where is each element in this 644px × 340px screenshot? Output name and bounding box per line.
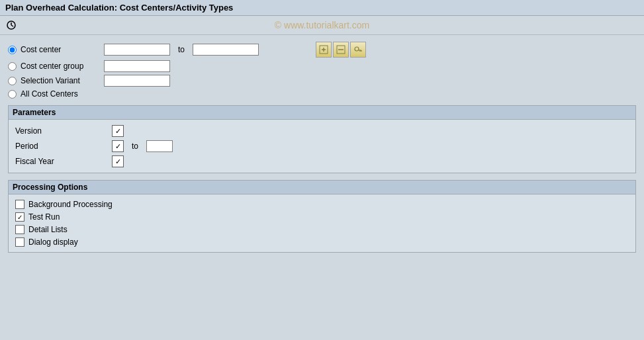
period-row: Period to xyxy=(15,140,629,152)
version-checkbox[interactable] xyxy=(112,125,124,137)
test-run-checkbox[interactable] xyxy=(15,212,24,222)
period-to-input[interactable] xyxy=(146,140,173,152)
cost-center-radio-row: Cost center to xyxy=(8,42,636,58)
svg-line-2 xyxy=(11,25,13,26)
main-content: Cost center to xyxy=(0,35,644,266)
fiscal-year-checkbox[interactable] xyxy=(112,155,124,167)
fiscal-year-row: Fiscal Year xyxy=(15,155,629,167)
period-label: Period xyxy=(15,142,108,151)
page-title: Plan Overhead Calculation: Cost Centers/… xyxy=(5,3,233,13)
all-cost-centers-label: All Cost Centers xyxy=(21,89,100,99)
new-selection-icon[interactable] xyxy=(316,42,332,58)
svg-point-8 xyxy=(355,47,359,51)
cost-center-section: Cost center to xyxy=(8,42,636,99)
selection-variant-input[interactable] xyxy=(104,75,170,87)
background-processing-row: Background Processing xyxy=(15,200,629,209)
key-selection-icon[interactable] xyxy=(350,42,366,58)
test-run-row: Test Run xyxy=(15,212,629,222)
background-processing-label: Background Processing xyxy=(28,200,113,209)
selection-variant-radio-row: Selection Variant xyxy=(8,75,636,87)
processing-options-panel: Processing Options Background Processing… xyxy=(8,180,636,253)
to-label-period: to xyxy=(132,142,138,151)
test-run-label: Test Run xyxy=(28,212,60,222)
parameters-panel: Parameters Version Period to Fiscal Year xyxy=(8,105,636,173)
selection-variant-radio[interactable] xyxy=(8,77,17,85)
cost-center-to-input[interactable] xyxy=(193,44,259,56)
parameters-panel-header: Parameters xyxy=(9,106,635,120)
cost-center-from-input[interactable] xyxy=(104,44,170,56)
cost-center-group-radio[interactable] xyxy=(8,62,17,71)
watermark: © www.tutorialkart.com xyxy=(275,20,369,30)
background-processing-checkbox[interactable] xyxy=(15,200,24,209)
version-label: Version xyxy=(15,126,108,136)
version-row: Version xyxy=(15,125,629,137)
dialog-display-row: Dialog display xyxy=(15,237,629,247)
selection-icons xyxy=(316,42,366,58)
detail-lists-checkbox[interactable] xyxy=(15,225,24,234)
cost-center-radio[interactable] xyxy=(8,46,17,54)
cost-center-group-input[interactable] xyxy=(104,60,170,72)
dialog-display-checkbox[interactable] xyxy=(15,237,24,247)
all-cost-centers-radio[interactable] xyxy=(8,90,17,99)
all-cost-centers-radio-row: All Cost Centers xyxy=(8,89,636,99)
selection-variant-label: Selection Variant xyxy=(21,76,100,85)
dialog-display-label: Dialog display xyxy=(28,237,78,247)
toolbar: © www.tutorialkart.com xyxy=(0,16,644,35)
cost-center-label: Cost center xyxy=(21,45,100,54)
period-checkbox[interactable] xyxy=(112,140,124,152)
fiscal-year-label: Fiscal Year xyxy=(15,157,108,166)
processing-options-body: Background Processing Test Run Detail Li… xyxy=(9,194,635,252)
detail-lists-label: Detail Lists xyxy=(28,225,68,234)
edit-selection-icon[interactable] xyxy=(333,42,349,58)
parameters-panel-body: Version Period to Fiscal Year xyxy=(9,120,635,173)
title-bar: Plan Overhead Calculation: Cost Centers/… xyxy=(0,0,644,16)
processing-options-header: Processing Options xyxy=(9,181,635,194)
clock-icon[interactable] xyxy=(4,18,19,32)
cost-center-group-radio-row: Cost center group xyxy=(8,60,636,72)
detail-lists-row: Detail Lists xyxy=(15,225,629,234)
cost-center-group-label: Cost center group xyxy=(21,62,100,71)
to-label-1: to xyxy=(178,45,185,54)
